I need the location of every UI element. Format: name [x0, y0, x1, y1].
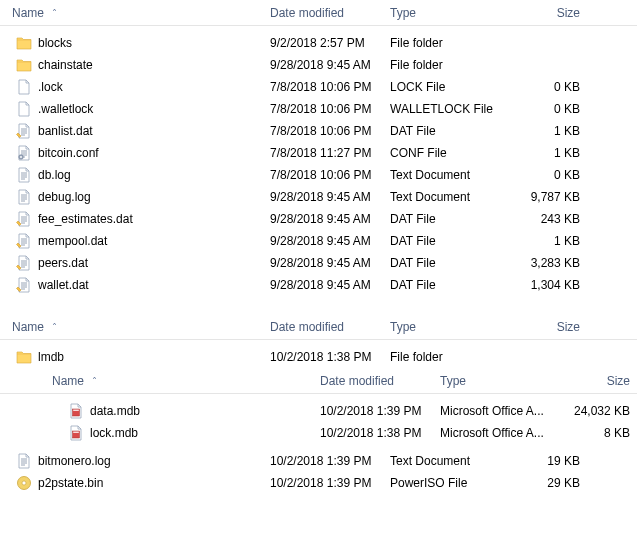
mdb-icon — [68, 403, 84, 419]
cell-name: fee_estimates.dat — [0, 211, 270, 227]
file-list-panel-1: Name ˄ Date modified Type Size blocks9/2… — [0, 0, 637, 296]
file-row[interactable]: mempool.dat9/28/2018 9:45 AMDAT File1 KB — [0, 230, 637, 252]
cell-type: File folder — [390, 36, 512, 50]
file-row[interactable]: .walletlock7/8/2018 10:06 PMWALLETLOCK F… — [0, 98, 637, 120]
file-row[interactable]: debug.log9/28/2018 9:45 AMText Document9… — [0, 186, 637, 208]
file-row[interactable]: bitcoin.conf7/8/2018 11:27 PMCONF File1 … — [0, 142, 637, 164]
file-name-label: bitmonero.log — [38, 454, 111, 468]
column-header-row: Name ˄ Date modified Type Size — [0, 0, 637, 26]
file-row[interactable]: fee_estimates.dat9/28/2018 9:45 AMDAT Fi… — [0, 208, 637, 230]
cell-name: lock.mdb — [0, 425, 270, 441]
file-row[interactable]: bitmonero.log10/2/2018 1:39 PMText Docum… — [0, 450, 637, 472]
cell-date: 10/2/2018 1:38 PM — [270, 350, 390, 364]
file-row[interactable]: data.mdb10/2/2018 1:39 PMMicrosoft Offic… — [0, 400, 637, 422]
file-row[interactable]: lmdb10/2/2018 1:38 PMFile folder — [0, 346, 637, 368]
sort-chevron-icon: ˄ — [92, 377, 97, 385]
header-type[interactable]: Type — [440, 374, 562, 388]
file-row[interactable]: p2pstate.bin10/2/2018 1:39 PMPowerISO Fi… — [0, 472, 637, 494]
file-row[interactable]: .lock7/8/2018 10:06 PMLOCK File0 KB — [0, 76, 637, 98]
file-row[interactable]: peers.dat9/28/2018 9:45 AMDAT File3,283 … — [0, 252, 637, 274]
cell-size: 1 KB — [512, 124, 592, 138]
cell-type: DAT File — [390, 124, 512, 138]
file-name-label: .walletlock — [38, 102, 93, 116]
cell-name: wallet.dat — [0, 277, 270, 293]
cell-type: DAT File — [390, 212, 512, 226]
header-name-label: Name — [12, 320, 44, 334]
file-name-label: banlist.dat — [38, 124, 93, 138]
cell-date: 9/28/2018 9:45 AM — [270, 256, 390, 270]
header-date-label: Date modified — [270, 6, 344, 20]
file-row[interactable]: banlist.dat7/8/2018 10:06 PMDAT File1 KB — [0, 120, 637, 142]
header-date-label: Date modified — [320, 374, 394, 388]
cell-date: 10/2/2018 1:39 PM — [320, 404, 440, 418]
cell-size: 1,304 KB — [512, 278, 592, 292]
cell-type: WALLETLOCK File — [390, 102, 512, 116]
cell-date: 10/2/2018 1:39 PM — [270, 454, 390, 468]
cell-type: DAT File — [390, 278, 512, 292]
text-icon — [16, 189, 32, 205]
cell-size: 24,032 KB — [562, 404, 637, 418]
cell-date: 10/2/2018 1:39 PM — [270, 476, 390, 490]
header-date[interactable]: Date modified — [270, 320, 390, 334]
file-row[interactable]: db.log7/8/2018 10:06 PMText Document0 KB — [0, 164, 637, 186]
conf-icon — [16, 145, 32, 161]
header-size[interactable]: Size — [512, 320, 592, 334]
header-date[interactable]: Date modified — [270, 6, 390, 20]
cell-size: 19 KB — [512, 454, 592, 468]
folder-icon — [16, 35, 32, 51]
file-row[interactable]: blocks9/2/2018 2:57 PMFile folder — [0, 32, 637, 54]
cell-size: 8 KB — [562, 426, 637, 440]
file-row[interactable]: wallet.dat9/28/2018 9:45 AMDAT File1,304… — [0, 274, 637, 296]
cell-date: 10/2/2018 1:38 PM — [320, 426, 440, 440]
dat-icon — [16, 277, 32, 293]
header-size[interactable]: Size — [562, 374, 637, 388]
cell-name: banlist.dat — [0, 123, 270, 139]
header-type-label: Type — [440, 374, 466, 388]
dat-icon — [16, 233, 32, 249]
folder-icon — [16, 57, 32, 73]
header-size-label: Size — [557, 6, 580, 20]
header-name[interactable]: Name ˄ — [0, 320, 270, 334]
file-list-panel-2: Name ˄ Date modified Type Size lmdb10/2/… — [0, 314, 637, 494]
file-name-label: db.log — [38, 168, 71, 182]
cell-type: CONF File — [390, 146, 512, 160]
cell-size: 3,283 KB — [512, 256, 592, 270]
header-type[interactable]: Type — [390, 6, 512, 20]
sort-chevron-icon: ˄ — [52, 323, 57, 331]
header-type-label: Type — [390, 6, 416, 20]
header-size-label: Size — [607, 374, 630, 388]
cell-name: data.mdb — [0, 403, 270, 419]
cell-size: 9,787 KB — [512, 190, 592, 204]
mdb-icon — [68, 425, 84, 441]
header-type[interactable]: Type — [390, 320, 512, 334]
folder-icon — [16, 349, 32, 365]
dat-icon — [16, 123, 32, 139]
header-name[interactable]: Name ˄ — [0, 374, 270, 388]
cell-type: File folder — [390, 350, 512, 364]
cell-size: 0 KB — [512, 80, 592, 94]
cell-name: blocks — [0, 35, 270, 51]
dat-icon — [16, 211, 32, 227]
cell-date: 7/8/2018 10:06 PM — [270, 80, 390, 94]
file-name-label: mempool.dat — [38, 234, 107, 248]
cell-size: 1 KB — [512, 234, 592, 248]
header-size-label: Size — [557, 320, 580, 334]
header-name-label: Name — [52, 374, 84, 388]
cell-date: 7/8/2018 10:06 PM — [270, 124, 390, 138]
header-date[interactable]: Date modified — [320, 374, 440, 388]
header-name[interactable]: Name ˄ — [0, 6, 270, 20]
cell-type: Microsoft Office A... — [440, 426, 562, 440]
file-name-label: blocks — [38, 36, 72, 50]
cell-size: 0 KB — [512, 102, 592, 116]
file-row[interactable]: lock.mdb10/2/2018 1:38 PMMicrosoft Offic… — [0, 422, 637, 444]
cell-name: lmdb — [0, 349, 270, 365]
cell-name: chainstate — [0, 57, 270, 73]
file-icon — [16, 79, 32, 95]
file-name-label: peers.dat — [38, 256, 88, 270]
header-size[interactable]: Size — [512, 6, 592, 20]
cell-name: db.log — [0, 167, 270, 183]
cell-date: 7/8/2018 10:06 PM — [270, 168, 390, 182]
cell-date: 9/28/2018 9:45 AM — [270, 234, 390, 248]
file-row[interactable]: chainstate9/28/2018 9:45 AMFile folder — [0, 54, 637, 76]
cell-name: .lock — [0, 79, 270, 95]
